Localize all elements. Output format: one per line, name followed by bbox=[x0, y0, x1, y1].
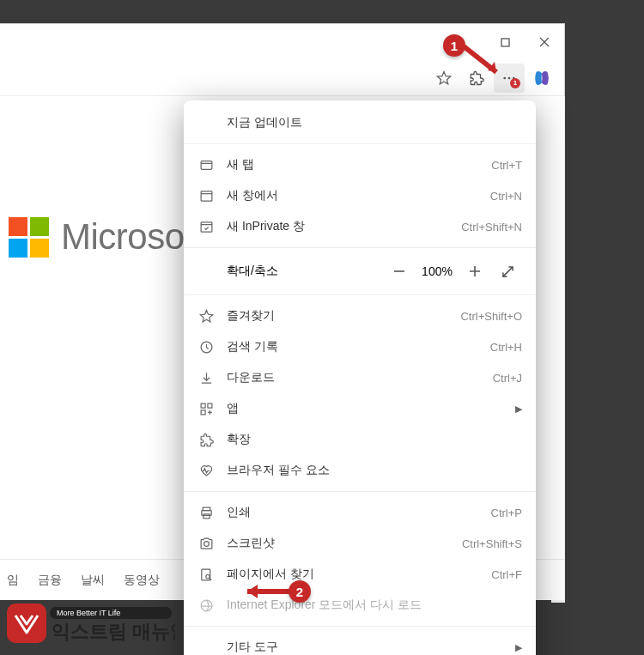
extension-icon bbox=[197, 431, 215, 448]
zoom-label: 확대/축소 bbox=[227, 264, 383, 279]
menu-separator bbox=[184, 143, 536, 144]
star-icon bbox=[197, 307, 215, 324]
menu-item-label: 기타 도구 bbox=[227, 640, 508, 655]
menu-separator bbox=[184, 491, 536, 492]
menu-apps[interactable]: 앱 ▶ bbox=[184, 393, 536, 424]
menu-screenshot[interactable]: 스크린샷 Ctrl+Shift+S bbox=[184, 528, 536, 559]
menu-item-shortcut: Ctrl+J bbox=[493, 372, 522, 385]
menu-separator bbox=[184, 294, 536, 295]
menu-item-label: 다운로드 bbox=[227, 370, 493, 385]
category-tab[interactable]: 임 bbox=[7, 573, 19, 588]
zoom-value: 100% bbox=[416, 264, 459, 278]
menu-find-on-page[interactable]: 페이지에서 찾기 Ctrl+F bbox=[184, 559, 536, 590]
site-name: 익스트림 매뉴얼 bbox=[52, 621, 175, 642]
svg-rect-9 bbox=[207, 403, 211, 408]
menu-update-now[interactable]: 지금 업데이트 bbox=[184, 107, 536, 138]
menu-favorites[interactable]: 즐겨찾기 Ctrl+Shift+O bbox=[184, 300, 536, 331]
category-tab[interactable]: 날씨 bbox=[81, 573, 105, 588]
ie-icon bbox=[197, 597, 215, 614]
menu-item-label: 새 창에서 bbox=[227, 188, 490, 203]
tab-icon bbox=[197, 156, 215, 173]
menu-item-shortcut: Ctrl+Shift+O bbox=[460, 310, 522, 323]
copilot-icon bbox=[532, 69, 551, 88]
svg-point-2 bbox=[508, 76, 511, 79]
menu-item-shortcut: Ctrl+Shift+S bbox=[462, 537, 522, 550]
menu-item-label: 새 탭 bbox=[227, 157, 491, 173]
menu-history[interactable]: 검색 기록 Ctrl+H bbox=[184, 331, 536, 362]
menu-item-shortcut: Ctrl+P bbox=[491, 506, 522, 519]
window-close-button[interactable] bbox=[525, 24, 564, 60]
menu-item-label: 확장 bbox=[227, 432, 522, 447]
site-tagline: More Better IT Life bbox=[57, 609, 120, 617]
copilot-button[interactable] bbox=[526, 64, 557, 93]
chevron-right-icon: ▶ bbox=[515, 403, 522, 415]
zoom-in-button[interactable] bbox=[459, 258, 491, 285]
microsoft-logo: Microsof bbox=[9, 216, 194, 258]
menu-item-shortcut: Ctrl+F bbox=[491, 568, 522, 581]
svg-point-17 bbox=[201, 600, 212, 611]
download-icon bbox=[197, 369, 215, 386]
inprivate-icon bbox=[197, 218, 215, 235]
svg-rect-8 bbox=[201, 403, 205, 408]
close-icon bbox=[539, 37, 550, 47]
menu-item-label: 검색 기록 bbox=[227, 339, 490, 355]
svg-rect-4 bbox=[201, 161, 212, 169]
category-tab[interactable]: 동영상 bbox=[124, 573, 160, 588]
plus-icon bbox=[469, 265, 481, 277]
update-badge: 1 bbox=[510, 78, 520, 88]
menu-item-label: 앱 bbox=[227, 401, 508, 416]
menu-extensions[interactable]: 확장 bbox=[184, 424, 536, 455]
microsoft-logo-icon bbox=[9, 217, 49, 258]
menu-item-shortcut: Ctrl+T bbox=[491, 159, 522, 172]
find-icon bbox=[197, 566, 215, 583]
screenshot-icon bbox=[197, 535, 215, 552]
annotation-arrow-1 bbox=[459, 41, 503, 79]
star-icon bbox=[436, 70, 452, 86]
menu-item-shortcut: Ctrl+H bbox=[490, 341, 522, 354]
menu-item-shortcut: Ctrl+N bbox=[490, 190, 522, 203]
site-watermark: More Better IT Life 익스트림 매뉴얼 bbox=[7, 603, 175, 648]
print-icon bbox=[197, 504, 215, 521]
svg-rect-13 bbox=[203, 513, 209, 518]
apps-icon bbox=[197, 400, 215, 417]
svg-point-14 bbox=[204, 541, 209, 546]
menu-more-tools[interactable]: 기타 도구 ▶ bbox=[184, 632, 536, 655]
minus-icon bbox=[393, 265, 405, 277]
menu-new-window[interactable]: 새 창에서 Ctrl+N bbox=[184, 180, 536, 211]
category-tab[interactable]: 금융 bbox=[38, 573, 62, 588]
annotation-arrow-2 bbox=[244, 582, 294, 601]
svg-rect-6 bbox=[201, 221, 212, 231]
menu-item-label: 인쇄 bbox=[227, 505, 491, 520]
annotation-step-2: 2 bbox=[289, 580, 311, 603]
microsoft-logo-text: Microsof bbox=[61, 216, 194, 258]
menu-separator bbox=[184, 247, 536, 248]
menu-item-label: 스크린샷 bbox=[227, 536, 462, 551]
menu-zoom-row: 확대/축소 100% bbox=[184, 253, 536, 289]
menu-ie-mode: Internet Explorer 모드에서 다시 로드 bbox=[184, 590, 536, 621]
svg-rect-5 bbox=[201, 191, 212, 200]
chevron-right-icon: ▶ bbox=[515, 642, 522, 653]
zoom-out-button[interactable] bbox=[383, 258, 416, 285]
svg-rect-10 bbox=[201, 409, 205, 414]
settings-menu: 지금 업데이트 새 탭 Ctrl+T 새 창에서 Ctrl+N 새 InPriv… bbox=[184, 100, 536, 655]
fullscreen-icon bbox=[501, 265, 514, 278]
menu-print[interactable]: 인쇄 Ctrl+P bbox=[184, 497, 536, 528]
svg-point-1 bbox=[503, 76, 506, 79]
heartbeat-icon bbox=[197, 462, 215, 479]
favorite-star-button[interactable] bbox=[428, 64, 459, 93]
menu-item-label: 즐겨찾기 bbox=[227, 308, 460, 324]
fullscreen-button[interactable] bbox=[491, 258, 524, 285]
menu-downloads[interactable]: 다운로드 Ctrl+J bbox=[184, 362, 536, 393]
history-icon bbox=[197, 338, 215, 355]
menu-new-tab[interactable]: 새 탭 Ctrl+T bbox=[184, 149, 536, 180]
menu-item-shortcut: Ctrl+Shift+N bbox=[461, 221, 522, 233]
menu-browser-essentials[interactable]: 브라우저 필수 요소 bbox=[184, 455, 536, 486]
menu-separator bbox=[184, 626, 536, 627]
menu-new-inprivate[interactable]: 새 InPrivate 창 Ctrl+Shift+N bbox=[184, 211, 536, 242]
menu-item-label: 새 InPrivate 창 bbox=[227, 219, 461, 234]
svg-point-16 bbox=[205, 574, 209, 578]
menu-item-label: 브라우저 필수 요소 bbox=[227, 463, 522, 478]
menu-item-label: 지금 업데이트 bbox=[227, 115, 522, 130]
window-icon bbox=[197, 187, 215, 204]
menu-item-label: 페이지에서 찾기 bbox=[227, 567, 491, 582]
